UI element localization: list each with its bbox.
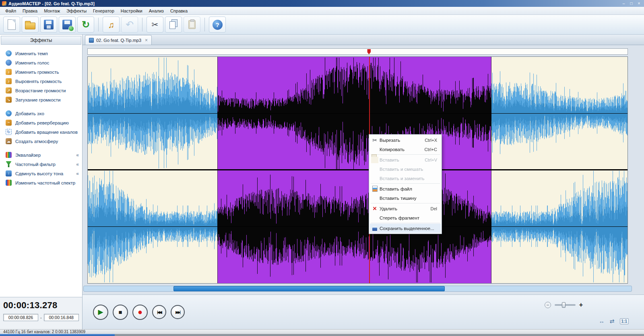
chevron-collapse-icon[interactable]: « — [76, 162, 79, 167]
menu-item[interactable]: Генератор — [90, 8, 118, 14]
undo-button[interactable]: ↶ — [121, 17, 138, 33]
context-menu-shortcut: Del — [424, 206, 437, 211]
help-button[interactable]: ? — [209, 17, 226, 33]
paste-icon — [188, 20, 196, 29]
effect-item[interactable]: ↗Возрастание громкости — [0, 86, 82, 95]
effect-item[interactable]: Эквалайзер« — [0, 150, 82, 160]
zoom-slider-thumb[interactable] — [562, 302, 566, 308]
zoom-out-button[interactable]: − — [545, 302, 551, 308]
open-button[interactable] — [22, 17, 39, 33]
effect-item[interactable]: ~Добавить эхо — [0, 109, 82, 118]
effect-item[interactable]: ♪Выровнять громкость — [0, 77, 82, 86]
tempo-icon: ◔ — [6, 50, 12, 56]
zoom-slider[interactable] — [555, 304, 576, 306]
fit-width-icon[interactable]: ↔ — [599, 318, 605, 324]
effect-item-label: Изменить темп — [15, 51, 48, 56]
effect-item[interactable]: ♪Изменить громкость — [0, 67, 82, 77]
effect-item-label: Возрастание громкости — [15, 88, 66, 93]
editor: ✂ВырезатьCtrl+XКопироватьCtrl+CВставитьC… — [83, 45, 644, 286]
effect-item-label: Затухание громкости — [15, 97, 61, 102]
playhead-marker[interactable] — [367, 49, 371, 54]
tab-current-file[interactable]: 02. Go feat. Q-Tip.mp3 × — [85, 35, 152, 45]
context-menu-item[interactable]: ×УдалитьDel — [370, 204, 441, 213]
effect-item[interactable]: ↘Затухание громкости — [0, 95, 82, 104]
paste-button[interactable] — [184, 17, 200, 33]
timeline-ruler[interactable] — [87, 48, 628, 55]
context-menu-item: ВставитьCtrl+V — [370, 155, 441, 164]
menu-item[interactable]: Эффекты — [63, 8, 90, 14]
cut-icon: ✂ — [370, 137, 380, 143]
menu-item[interactable]: Настройки — [118, 8, 146, 14]
export-button[interactable] — [59, 17, 76, 33]
view-controls: ↔ ⇄ 1:1 — [599, 318, 629, 324]
save-button[interactable] — [40, 17, 57, 33]
play-button[interactable]: ▶ — [93, 305, 108, 320]
effect-item[interactable]: ↻Добавить вращение каналов — [0, 127, 82, 137]
context-menu-item[interactable]: Стереть фрагмент — [370, 213, 441, 222]
export-icon — [62, 20, 72, 29]
effect-item[interactable]: Изменить частотный спектр — [0, 178, 82, 187]
current-time: 00:00:13.278 — [3, 300, 79, 311]
context-menu-item-label: Копировать — [380, 147, 405, 152]
menu-item[interactable]: Справка — [167, 8, 191, 14]
toolbar-separator — [98, 18, 99, 31]
selection-start-field[interactable]: 00:00:08.826 — [3, 314, 38, 321]
hscroll-thumb[interactable] — [173, 286, 445, 291]
record-button[interactable]: ● — [132, 305, 148, 320]
context-menu-item-label: Вставить файл — [380, 187, 412, 191]
context-menu-item-label: Стереть фрагмент — [380, 216, 419, 220]
waveform-canvas[interactable] — [88, 57, 627, 283]
tab-close-icon[interactable]: × — [145, 37, 148, 43]
effect-item[interactable]: ~Добавить реверберацию — [0, 118, 82, 127]
menu-item[interactable]: Файл — [2, 8, 19, 14]
fade-in-icon: ↗ — [6, 87, 12, 93]
menu-item[interactable]: Анализ — [146, 8, 167, 14]
time-panel: 00:00:13.278 00:00:08.826 - 00:00:16.848 — [0, 297, 82, 329]
waveform-view[interactable]: ✂ВырезатьCtrl+XКопироватьCtrl+CВставитьC… — [87, 56, 628, 284]
effect-item-label: Добавить эхо — [15, 111, 44, 116]
effect-item-label: Добавить вращение каналов — [15, 130, 78, 135]
app-icon — [2, 1, 6, 6]
volume-icon: ♪ — [6, 69, 12, 75]
maximize-button[interactable]: □ — [628, 1, 634, 6]
effect-item-label: Частотный фильтр — [15, 162, 56, 167]
skip-start-button[interactable]: |◀◀ — [152, 305, 166, 319]
menu-item[interactable]: Монтаж — [41, 8, 63, 14]
context-menu-item[interactable]: Сохранить выделенное... — [370, 224, 441, 233]
minimize-button[interactable]: – — [621, 1, 627, 6]
close-button[interactable]: × — [636, 1, 642, 6]
cut-button[interactable]: ✂ — [147, 17, 163, 33]
convert-button[interactable]: ↻ — [77, 17, 94, 33]
skip-end-button[interactable]: ▶▶| — [171, 305, 185, 319]
chevron-collapse-icon[interactable]: « — [76, 152, 79, 158]
stop-button[interactable]: ■ — [113, 305, 128, 320]
cut-icon: ✂ — [152, 21, 159, 29]
effect-item[interactable]: ↑Сдвинуть высоту тона« — [0, 169, 82, 178]
horizontal-scrollbar[interactable] — [83, 286, 632, 292]
zoom-controls: − + — [545, 301, 583, 309]
monitor-button[interactable]: ♫ — [103, 17, 120, 33]
context-menu-item[interactable]: Вставить тишину — [370, 193, 441, 203]
menu-item[interactable]: Правка — [19, 8, 41, 14]
context-menu-item: Вставить и смешать — [370, 164, 441, 174]
new-file-button[interactable] — [3, 17, 20, 33]
context-menu-item[interactable]: Вставить файл — [370, 184, 441, 193]
selection-end-field[interactable]: 00:00:16.848 — [44, 314, 79, 321]
context-menu-shortcut: Ctrl+X — [418, 138, 437, 143]
copy-button[interactable] — [165, 17, 182, 33]
effect-item[interactable]: ◔Изменить темп — [0, 49, 82, 58]
atmosphere-icon: ☁ — [6, 138, 12, 144]
tab-label: 02. Go feat. Q-Tip.mp3 — [96, 38, 141, 43]
chevron-collapse-icon[interactable]: « — [76, 171, 79, 176]
swap-channels-icon[interactable]: ⇄ — [610, 318, 615, 324]
zoom-in-button[interactable]: + — [579, 301, 583, 309]
effect-item[interactable]: Изменить голос — [0, 58, 82, 67]
effect-item[interactable]: ☁Создать атмосферу — [0, 137, 82, 146]
context-menu-item: Вставить и заменить — [370, 174, 441, 183]
effect-item[interactable]: Частотный фильтр« — [0, 160, 82, 169]
context-menu-item-label: Вырезать — [380, 138, 400, 143]
context-menu-item[interactable]: КопироватьCtrl+C — [370, 145, 441, 154]
main-area: Эффекты ◔Изменить темпИзменить голос♪Изм… — [0, 35, 644, 329]
context-menu-item[interactable]: ✂ВырезатьCtrl+X — [370, 135, 441, 145]
scale-one-to-one-icon[interactable]: 1:1 — [620, 318, 629, 324]
